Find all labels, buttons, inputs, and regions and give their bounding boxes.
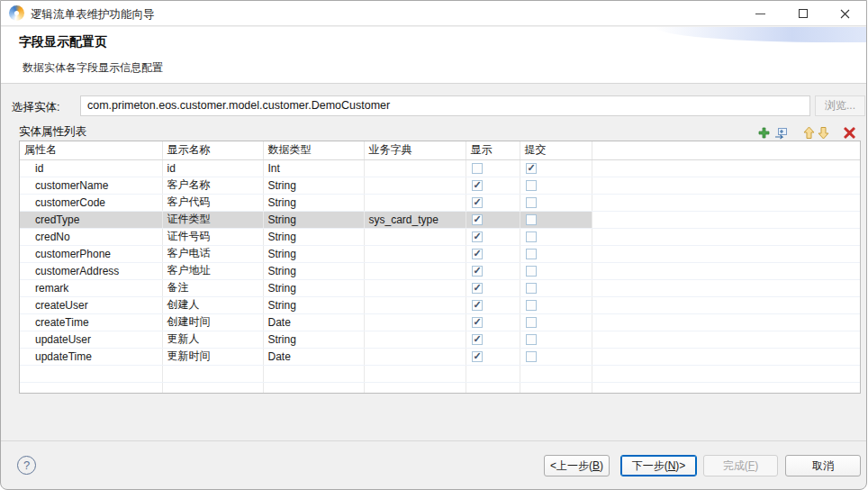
data-type-cell[interactable]: String (263, 279, 364, 296)
minimize-button[interactable] (739, 1, 782, 26)
display-checkbox[interactable] (472, 266, 483, 277)
display-checkbox[interactable] (472, 283, 483, 294)
property-name-cell[interactable]: remark (20, 279, 162, 296)
display-name-cell[interactable]: 证件号码 (162, 228, 263, 245)
data-type-cell[interactable]: Date (263, 313, 364, 331)
data-type-cell[interactable]: String (263, 245, 364, 262)
property-name-cell[interactable]: updateTime (20, 348, 162, 365)
dictionary-cell[interactable] (364, 296, 466, 313)
data-type-cell[interactable]: String (263, 194, 364, 211)
move-down-button[interactable] (818, 125, 829, 140)
finish-button[interactable]: 完成(F) (703, 455, 778, 476)
column-header-data-type[interactable]: 数据类型 (263, 141, 364, 159)
table-row[interactable]: createTime创建时间Date (20, 313, 860, 331)
dictionary-cell[interactable] (364, 313, 466, 331)
submit-checkbox[interactable] (526, 317, 537, 328)
add-button[interactable] (757, 125, 771, 140)
submit-checkbox[interactable] (526, 163, 537, 174)
display-checkbox[interactable] (472, 249, 483, 259)
table-row[interactable]: remark备注String (20, 279, 860, 296)
display-name-cell[interactable]: 更新时间 (162, 348, 263, 365)
back-button[interactable]: <上一步(B) (544, 455, 610, 476)
column-header-submit[interactable]: 提交 (520, 141, 592, 159)
dictionary-cell[interactable]: sys_card_type (364, 211, 466, 228)
property-name-cell[interactable]: createTime (20, 313, 162, 331)
display-checkbox[interactable] (472, 317, 483, 328)
submit-checkbox[interactable] (526, 197, 537, 208)
table-row[interactable]: createUser创建人String (20, 296, 860, 313)
property-name-cell[interactable]: credNo (20, 228, 162, 245)
submit-checkbox[interactable] (526, 334, 537, 345)
dictionary-cell[interactable] (364, 245, 466, 262)
browse-button[interactable]: 浏览... (815, 95, 865, 116)
display-checkbox[interactable] (472, 334, 483, 345)
display-checkbox[interactable] (472, 180, 483, 191)
property-name-cell[interactable]: createUser (20, 296, 162, 313)
table-row[interactable]: customerCode客户代码String (20, 194, 860, 211)
data-type-cell[interactable]: String (263, 228, 364, 245)
display-name-cell[interactable]: 创建时间 (162, 313, 263, 331)
data-type-cell[interactable]: String (263, 262, 364, 279)
submit-checkbox[interactable] (526, 231, 537, 242)
data-type-cell[interactable]: String (263, 296, 364, 313)
close-button[interactable] (824, 1, 866, 26)
property-name-cell[interactable]: id (20, 159, 162, 177)
display-name-cell[interactable]: 备注 (162, 279, 263, 296)
property-name-cell[interactable]: customerName (20, 177, 162, 194)
title-bar[interactable]: 逻辑流单表维护功能向导 (1, 1, 866, 26)
help-button[interactable]: ? (17, 456, 36, 475)
table-row[interactable]: customerAddress客户地址String (20, 262, 860, 279)
property-name-cell[interactable]: customerAddress (20, 262, 162, 279)
display-name-cell[interactable]: id (162, 159, 263, 177)
add-all-button[interactable] (774, 125, 788, 140)
delete-button[interactable] (844, 125, 855, 140)
entity-input[interactable]: com.primeton.eos.customer.model.customer… (80, 95, 810, 116)
dictionary-cell[interactable] (364, 194, 466, 211)
data-type-cell[interactable]: String (263, 331, 364, 348)
submit-checkbox[interactable] (526, 283, 537, 294)
display-checkbox[interactable] (472, 300, 483, 311)
display-checkbox[interactable] (472, 351, 483, 362)
submit-checkbox[interactable] (526, 300, 537, 311)
column-header-display[interactable]: 显示 (466, 141, 520, 159)
property-name-cell[interactable]: customerCode (20, 194, 162, 211)
property-name-cell[interactable]: updateUser (20, 331, 162, 348)
display-name-cell[interactable]: 客户电话 (162, 245, 263, 262)
table-row[interactable]: customerName客户名称String (20, 177, 860, 194)
table-row[interactable]: customerPhone客户电话String (20, 245, 860, 262)
column-header-dictionary[interactable]: 业务字典 (364, 141, 466, 159)
maximize-button[interactable] (782, 1, 824, 26)
dictionary-cell[interactable] (364, 177, 466, 194)
column-header-display-name[interactable]: 显示名称 (162, 141, 263, 159)
display-name-cell[interactable]: 客户地址 (162, 262, 263, 279)
next-button[interactable]: 下一步(N)> (620, 455, 697, 476)
property-name-cell[interactable]: customerPhone (20, 245, 162, 262)
display-name-cell[interactable]: 证件类型 (162, 211, 263, 228)
display-checkbox[interactable] (472, 231, 483, 242)
submit-checkbox[interactable] (526, 351, 537, 362)
submit-checkbox[interactable] (526, 249, 537, 259)
dictionary-cell[interactable] (364, 159, 466, 177)
column-header-property-name[interactable]: 属性名 (20, 141, 162, 159)
display-name-cell[interactable]: 客户名称 (162, 177, 263, 194)
table-row[interactable]: credNo证件号码String (20, 228, 860, 245)
data-type-cell[interactable]: String (263, 211, 364, 228)
table-row[interactable]: updateTime更新时间Date (20, 348, 860, 365)
display-name-cell[interactable]: 更新人 (162, 331, 263, 348)
display-checkbox[interactable] (472, 214, 483, 225)
dictionary-cell[interactable] (364, 228, 466, 245)
display-name-cell[interactable]: 创建人 (162, 296, 263, 313)
dictionary-cell[interactable] (364, 331, 466, 348)
property-name-cell[interactable]: credType (20, 211, 162, 228)
table-row[interactable]: ididInt (20, 159, 860, 177)
table-row[interactable]: credType证件类型Stringsys_card_type (20, 211, 860, 228)
cancel-button[interactable]: 取消 (785, 455, 861, 476)
table-row[interactable]: updateUser更新人String (20, 331, 860, 348)
submit-checkbox[interactable] (526, 266, 537, 277)
display-checkbox[interactable] (472, 197, 483, 208)
data-type-cell[interactable]: Date (263, 348, 364, 365)
submit-checkbox[interactable] (526, 214, 537, 225)
data-type-cell[interactable]: String (263, 177, 364, 194)
submit-checkbox[interactable] (526, 180, 537, 191)
data-type-cell[interactable]: Int (263, 159, 364, 177)
